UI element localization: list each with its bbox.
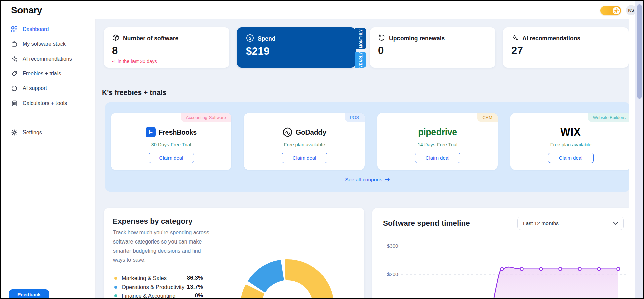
renew-icon (378, 34, 385, 43)
deal-card-godaddy: POSGoDaddyFree plan availableClaim deal (244, 113, 365, 170)
timeline-range-select[interactable]: Last 12 months (517, 217, 624, 230)
sun-icon (614, 8, 619, 13)
svg-text:$: $ (249, 36, 251, 41)
expenses-description: Track how much you’re spending across so… (113, 228, 211, 264)
expenses-title: Expenses by category (113, 217, 193, 226)
dollar-circle-icon: $ (246, 34, 254, 44)
tab-monthly[interactable]: MONTHLY (355, 28, 366, 49)
pipedrive-logo: pipedrive (418, 126, 457, 138)
chevron-down-icon (613, 222, 618, 225)
sidebar: DashboardMy software stackAI recommendat… (1, 19, 96, 298)
legend-dot (114, 286, 117, 289)
category-badge: Accounting Software (181, 113, 231, 122)
expenses-donut-chart (237, 259, 338, 298)
stat-card-upcoming-renewals: Upcoming renewals 0 (370, 27, 495, 68)
sidebar-nav: DashboardMy software stackAI recommendat… (1, 19, 95, 111)
claim-deal-button[interactable]: Claim deal (548, 153, 594, 163)
stat-title: Spend (258, 35, 275, 42)
spend-timeline-chart: $300$200 (382, 236, 629, 298)
feedback-button[interactable]: Feedback (9, 289, 49, 299)
claim-deal-button[interactable]: Claim deal (149, 153, 194, 163)
svg-text:$200: $200 (387, 271, 398, 277)
deal-card-wix: Website BuildersWIXFree plan availableCl… (510, 113, 629, 170)
legend-value: 86.3% (187, 275, 203, 282)
page-right-margin (629, 19, 636, 298)
stat-title: AI recommendations (522, 35, 580, 42)
stat-value: 27 (511, 45, 629, 57)
legend-value: 0% (195, 292, 203, 298)
deal-text: 30 Days Free Trial (151, 142, 191, 147)
legend-label: Marketing & Sales (122, 275, 167, 282)
dashboard-icon (11, 26, 18, 33)
toggle-knob (613, 7, 620, 14)
legend-label: Finance & Accounting (122, 293, 176, 298)
sidebar-item-label: AI recommendations (23, 56, 72, 62)
stat-note: -1 in the last 30 days (112, 59, 229, 64)
sparkle-icon (11, 55, 18, 63)
spend-card-body: $ Spend $219 (237, 27, 356, 68)
legend-label: Operations & Productivity (122, 284, 184, 290)
scrollbar-thumb[interactable] (637, 4, 642, 99)
sidebar-divider (1, 118, 95, 118)
claim-deal-button[interactable]: Claim deal (415, 153, 460, 163)
see-all-coupons-link[interactable]: See all coupons (105, 177, 629, 183)
legend-item: Operations & Productivity13.7% (114, 283, 203, 291)
topbar: Sonary KS (1, 1, 643, 19)
tab-yearly[interactable]: YEARLY (355, 52, 366, 68)
theme-toggle[interactable] (600, 6, 621, 15)
legend-item: Marketing & Sales86.3% (114, 274, 203, 283)
claim-deal-button[interactable]: Claim deal (282, 153, 327, 163)
scrollbar (635, 1, 644, 298)
sidebar-item-label: Dashboard (23, 26, 49, 32)
app-window: Sonary KS DashboardMy software stackAI r… (0, 0, 644, 299)
deal-text: Free plan available (284, 142, 325, 147)
spend-timeline-card: Software spend timeline Last 12 months $… (372, 208, 629, 298)
legend-dot (114, 277, 117, 280)
sidebar-item-calculators-tools[interactable]: Calculators + tools (1, 96, 95, 111)
user-avatar[interactable]: KS (626, 5, 636, 15)
stat-card-number-of-software: Number of software 8 -1 in the last 30 d… (104, 27, 229, 68)
stat-card-ai-recommendations: AI recommendations 27 (503, 27, 629, 68)
software-stack-icon (11, 41, 18, 48)
deal-text: 14 Days Free Trial (418, 142, 457, 147)
gear-icon (11, 129, 18, 136)
svg-text:$300: $300 (387, 243, 398, 249)
expenses-legend: Marketing & Sales86.3%Operations & Produ… (114, 274, 203, 298)
freebies-heading: K's freebies + trials (102, 88, 166, 97)
category-badge: POS (345, 113, 365, 122)
expenses-by-category-card: Expenses by category Track how much you’… (104, 208, 364, 298)
sidebar-item-dashboard[interactable]: Dashboard (1, 22, 95, 37)
timeline-title: Software spend timeline (383, 219, 470, 228)
legend-value: 13.7% (187, 284, 203, 290)
stat-title: Number of software (123, 35, 178, 42)
category-badge: Website Builders (588, 113, 629, 122)
freshbooks-logo: FFreshBooks (146, 126, 197, 138)
deal-text: Free plan available (550, 142, 592, 147)
godaddy-logo: GoDaddy (282, 126, 326, 138)
chat-icon (11, 85, 18, 92)
sparkles-icon (511, 34, 519, 43)
stat-card-spend: $ Spend $219 MONTHLY YEARLY (237, 27, 366, 68)
sidebar-item-ai-recommendations[interactable]: AI recommendations (1, 51, 95, 66)
main-content: Number of software 8 -1 in the last 30 d… (96, 19, 629, 298)
deal-card-freshbooks: Accounting SoftwareFFreshBooks30 Days Fr… (111, 113, 231, 170)
sidebar-item-label: Freebies + trials (23, 71, 61, 77)
wix-logo: WIX (560, 126, 581, 138)
calculator-icon (11, 100, 18, 107)
sidebar-item-freebies-trials[interactable]: Freebies + trials (1, 66, 95, 81)
app-logo: Sonary (11, 5, 42, 16)
stat-title: Upcoming renewals (389, 35, 445, 42)
arrow-right-icon (385, 178, 390, 182)
category-badge: CRM (477, 113, 498, 122)
stat-value: 0 (378, 45, 495, 57)
godaddy-glyph-icon (282, 127, 293, 137)
deal-card-pipedrive: CRMpipedrive14 Days Free TrialClaim deal (377, 113, 498, 170)
freebies-panel: Accounting SoftwareFFreshBooks30 Days Fr… (105, 102, 629, 192)
tag-icon (11, 70, 18, 77)
package-icon (112, 34, 119, 43)
sidebar-item-label: My software stack (23, 41, 66, 47)
sidebar-item-my-software-stack[interactable]: My software stack (1, 37, 95, 51)
stat-value: $219 (246, 45, 356, 58)
sidebar-item-ai-support[interactable]: AI support (1, 81, 95, 96)
sidebar-item-settings[interactable]: Settings (1, 125, 95, 140)
